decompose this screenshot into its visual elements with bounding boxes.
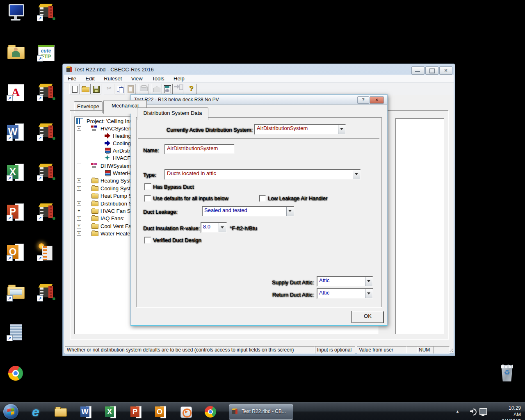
maximize-button[interactable] (425, 66, 438, 75)
desktop-icon-word[interactable]: W Microsoft Word 2010 (0, 122, 31, 142)
menu-help[interactable]: Help (170, 75, 188, 82)
desktop-icon-energypro5[interactable]: EnergyPro 5 (30, 242, 62, 262)
low-leakage-checkbox[interactable] (259, 195, 266, 202)
volume-icon[interactable] (470, 409, 475, 414)
active-system-dropdown[interactable]: AirDistributionSystem (254, 124, 346, 135)
desktop-icon-computer[interactable]: Computer (0, 2, 31, 22)
new-document-button[interactable] (69, 84, 80, 94)
taskbar-excel[interactable]: X (103, 405, 117, 419)
form-panel (395, 118, 444, 334)
tray-clock[interactable]: 10:29 AM 8/4/2015 (502, 405, 521, 420)
minimize-button[interactable] (411, 66, 425, 75)
print-icon (140, 87, 148, 91)
close-button[interactable]: × (439, 66, 452, 75)
dialog-close-button[interactable]: × (370, 96, 384, 104)
supply-duct-dropdown[interactable]: Attic (317, 276, 373, 287)
return-duct-dropdown[interactable]: Attic (317, 288, 373, 299)
cut-scissors-icon: ✂ (104, 85, 114, 91)
taskbar-active-task[interactable]: Test R22.ribd - CB... (229, 404, 293, 420)
desktop-icon-recycle-bin[interactable]: ♻ Recycle Bin (491, 363, 523, 383)
taskbar-ie[interactable]: e (29, 405, 43, 419)
network-icon[interactable] (479, 408, 487, 415)
project-icon (76, 118, 83, 124)
chevron-down-icon[interactable] (365, 289, 372, 298)
folder-icon (91, 201, 98, 206)
chevron-down-icon[interactable] (353, 170, 360, 179)
taskbar-outlook[interactable]: O (153, 405, 167, 419)
taskbar-word[interactable]: W (79, 405, 93, 419)
name-input[interactable]: AirDistributionSystem (164, 144, 235, 154)
powerpoint-icon: P (6, 202, 25, 222)
taskbar-mediaplayer[interactable] (179, 405, 193, 419)
desktop-icon-cbecc-com-2013-3a[interactable]: CBECC-Com 2013 3a (30, 122, 62, 142)
chevron-down-icon[interactable] (338, 125, 345, 134)
menu-view[interactable]: View (128, 75, 146, 82)
supply-duct-label: Supply Duct Attic: (253, 280, 314, 285)
menu-tools[interactable]: Tools (148, 75, 168, 82)
desktop-icon-cbecc-res-2013[interactable]: CBECC-Res 2013 (30, 2, 62, 22)
chevron-down-icon[interactable] (365, 277, 372, 286)
dialog-title-bar[interactable]: Test R22 - R13 below deck R38 No PV ? × (131, 95, 387, 105)
media-player-icon (180, 406, 192, 418)
menu-file[interactable]: File (64, 75, 80, 82)
status-value-pane: Value from user (357, 346, 407, 354)
taskbar-chrome[interactable] (203, 405, 217, 419)
desktop-icon-cuteftp[interactable]: cuteFTP CuteFTP 9 (30, 43, 62, 62)
print-button (138, 84, 149, 94)
building-icon (153, 86, 160, 92)
folder-icon (91, 209, 98, 214)
cbecc-house-icon (36, 122, 56, 142)
outlook-icon: O (155, 406, 164, 417)
cbecc-house-icon (232, 409, 238, 414)
menu-edit[interactable]: Edit (82, 75, 98, 82)
powerpoint-icon: P (130, 406, 139, 417)
cut-button: ✂ (104, 84, 114, 94)
active-system-label: Currently Active Distribution System: (135, 127, 253, 133)
cbecc-house-icon (36, 202, 56, 222)
has-bypass-label: Has Bypass Duct (153, 184, 194, 190)
folder-icon (91, 216, 98, 221)
explorer-folder-icon (6, 283, 25, 302)
status-empty-pane2 (433, 346, 450, 354)
open-file-button[interactable] (80, 84, 91, 94)
windows-logo-icon (7, 408, 14, 415)
copy-button[interactable] (114, 84, 125, 94)
desktop-icon-cbecc-res-2016-alpha[interactable]: CBECC-Res 2016-alpha (30, 202, 62, 222)
desktop-icon-chrome[interactable]: Google Chrome (0, 363, 31, 383)
help-button[interactable]: ? (186, 84, 196, 94)
menu-ruleset[interactable]: Ruleset (100, 75, 126, 82)
desktop-icon-cbecc-com-2016-alpha[interactable]: CBECC-Com 2016-alpha (30, 283, 62, 302)
title-bar[interactable]: Test R22.ribd - CBECC-Res 2016 × (63, 64, 455, 75)
desktop-icon-powerpoint[interactable]: P Microsoft PowerPoi... (0, 202, 31, 222)
desktop-icon-cbecc-com-2013[interactable]: CBECC-Com 2013 (30, 82, 62, 102)
dialog-help-button[interactable]: ? (357, 96, 369, 104)
chevron-down-icon[interactable] (286, 207, 294, 216)
use-defaults-checkbox[interactable] (144, 195, 151, 202)
ok-button[interactable]: OK (352, 311, 384, 323)
desktop-icon-cbecc-res-beta4[interactable]: CBECC-Res Beta 4 (738) (30, 162, 62, 182)
duct-leakage-dropdown[interactable]: Sealed and tested (202, 206, 294, 217)
taskbar-powerpoint[interactable]: P (129, 405, 143, 419)
app-icon (66, 66, 73, 72)
taskbar-explorer[interactable] (53, 405, 67, 419)
verified-duct-checkbox[interactable] (144, 237, 151, 244)
desktop-icon-ross-folder[interactable]: Ross, Dee Anne@Ene... (0, 43, 31, 62)
desktop-icon-excel[interactable]: X Microsoft Excel 2010 (0, 162, 31, 182)
desktop-icon-energypro6[interactable]: EnergyPro 6 (0, 322, 31, 342)
desktop-icon-acrobat[interactable]: A Adobe Acrobat ... (0, 82, 31, 102)
has-bypass-checkbox[interactable] (144, 183, 151, 190)
desktop-icon-outlook[interactable]: O Microsoft Outlook 2010 (0, 242, 31, 262)
calculate-button[interactable] (162, 84, 173, 94)
chevron-down-icon[interactable] (219, 223, 226, 232)
building-edit-button (151, 84, 162, 94)
acrobat-icon: A (6, 82, 25, 102)
tab-distribution-system-data[interactable]: Distribution System Data (137, 107, 208, 120)
type-dropdown[interactable]: Ducts located in attic (164, 169, 361, 180)
hidden-icons-arrow[interactable]: ▲ (456, 409, 459, 413)
import-button (173, 84, 183, 94)
r-value-dropdown[interactable]: 8.0 (201, 222, 227, 233)
desktop-icon-windows-explorer[interactable]: Windows Explorer (0, 283, 31, 302)
save-button[interactable] (91, 84, 101, 94)
return-duct-label: Return Duct Attic: (253, 292, 314, 298)
start-button[interactable] (3, 404, 18, 419)
